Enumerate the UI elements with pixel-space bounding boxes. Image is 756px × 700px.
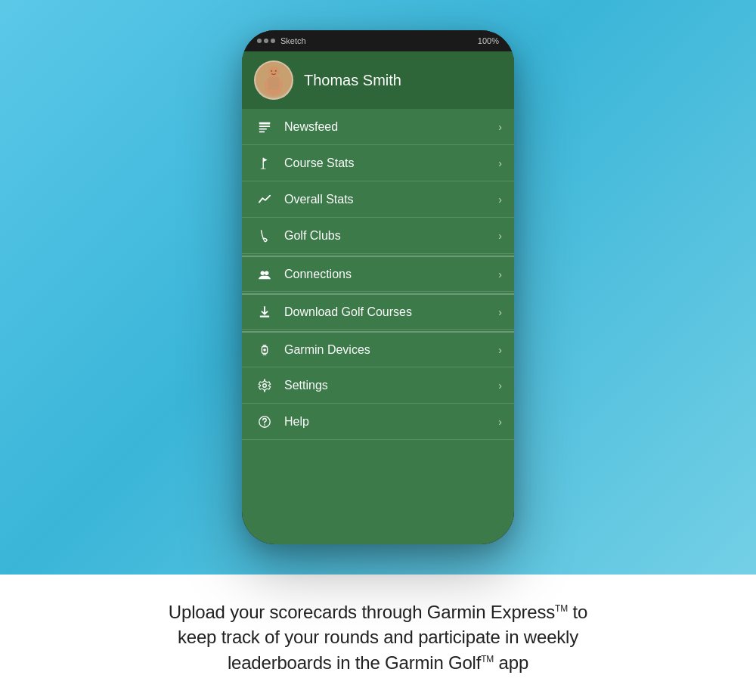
newsfeed-label: Newsfeed <box>284 120 498 134</box>
settings-label: Settings <box>284 379 498 392</box>
download-icon <box>254 305 275 319</box>
menu-item-course-stats[interactable]: Course Stats › <box>242 145 514 181</box>
svg-point-17 <box>263 348 266 352</box>
svg-point-14 <box>265 271 268 274</box>
phone-frame: Sketch 100% <box>242 30 514 544</box>
settings-chevron: › <box>498 379 502 392</box>
garmin-devices-icon <box>254 343 275 357</box>
menu-item-download-courses[interactable]: Download Golf Courses › <box>242 293 514 330</box>
svg-rect-8 <box>259 128 267 129</box>
footer-text: Upload your scorecards through Garmin Ex… <box>169 599 587 676</box>
signal-dot-2 <box>264 39 268 43</box>
svg-point-20 <box>263 383 267 387</box>
svg-marker-11 <box>263 157 267 161</box>
golf-clubs-chevron: › <box>498 230 502 242</box>
menu-item-overall-stats[interactable]: Overall Stats › <box>242 181 514 218</box>
help-icon <box>254 415 275 429</box>
signal-dot-3 <box>271 39 275 43</box>
connections-chevron: › <box>498 268 502 280</box>
svg-rect-7 <box>259 125 270 127</box>
connections-label: Connections <box>284 268 498 281</box>
svg-rect-6 <box>259 122 270 124</box>
status-bar-left: Sketch <box>257 36 306 45</box>
newsfeed-chevron: › <box>498 121 502 133</box>
overall-stats-icon <box>254 193 275 206</box>
svg-point-1 <box>268 66 280 77</box>
menu-item-settings[interactable]: Settings › <box>242 367 514 404</box>
golf-clubs-icon <box>254 229 275 243</box>
course-stats-chevron: › <box>498 157 502 169</box>
svg-point-12 <box>261 168 266 169</box>
menu-item-newsfeed[interactable]: Newsfeed › <box>242 109 514 145</box>
signal-dot-1 <box>257 39 262 43</box>
connections-icon <box>254 268 275 281</box>
menu-list: Newsfeed › Course Stats › <box>242 109 514 440</box>
svg-point-5 <box>275 70 277 72</box>
garmin-devices-label: Garmin Devices <box>284 343 498 357</box>
profile-header: Thomas Smith <box>242 51 514 109</box>
menu-item-golf-clubs[interactable]: Golf Clubs › <box>242 218 514 254</box>
svg-rect-9 <box>259 131 265 132</box>
avatar <box>254 60 293 100</box>
svg-point-4 <box>271 70 272 72</box>
course-stats-label: Course Stats <box>284 156 498 170</box>
course-stats-icon <box>254 156 275 170</box>
download-courses-chevron: › <box>498 306 502 318</box>
app-name-label: Sketch <box>280 36 306 45</box>
help-label: Help <box>284 415 498 429</box>
newsfeed-icon <box>254 120 275 134</box>
user-name: Thomas Smith <box>304 72 401 89</box>
svg-point-13 <box>261 271 265 274</box>
help-chevron: › <box>498 416 502 428</box>
bottom-section: Upload your scorecards through Garmin Ex… <box>0 575 756 700</box>
overall-stats-chevron: › <box>498 194 502 206</box>
phone-screen: Thomas Smith Newsfeed › <box>242 51 514 544</box>
phone-notch <box>325 30 431 50</box>
menu-item-help[interactable]: Help › <box>242 404 514 440</box>
garmin-devices-chevron: › <box>498 344 502 356</box>
overall-stats-label: Overall Stats <box>284 193 498 206</box>
svg-rect-15 <box>260 315 270 317</box>
svg-point-22 <box>264 424 265 426</box>
download-courses-label: Download Golf Courses <box>284 305 498 319</box>
svg-rect-3 <box>268 77 280 90</box>
menu-item-garmin-devices[interactable]: Garmin Devices › <box>242 331 514 367</box>
golf-clubs-label: Golf Clubs <box>284 229 498 243</box>
menu-item-connections[interactable]: Connections › <box>242 256 514 292</box>
phone-mockup-section: Sketch 100% <box>0 0 756 575</box>
battery-label: 100% <box>478 36 499 45</box>
avatar-image <box>256 60 292 98</box>
settings-icon <box>254 379 275 392</box>
